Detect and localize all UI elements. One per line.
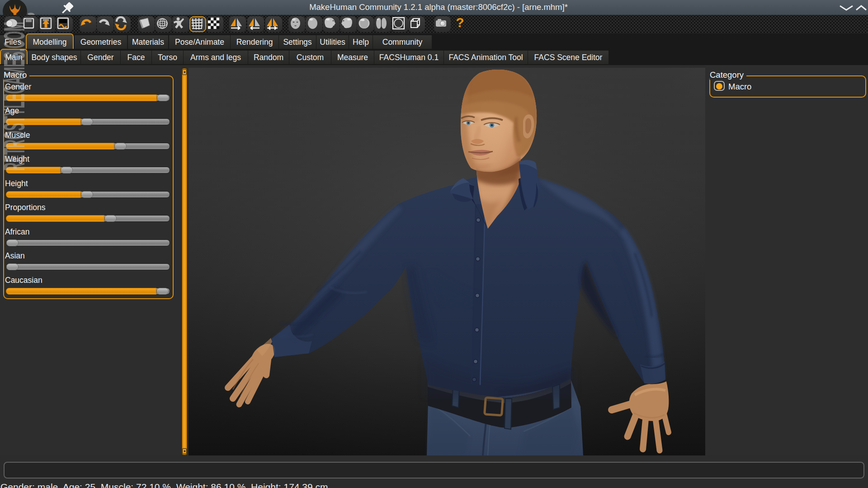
svg-text:RETROSTYLEGAMES.COM: RETROSTYLEGAMES.COM <box>0 22 30 171</box>
